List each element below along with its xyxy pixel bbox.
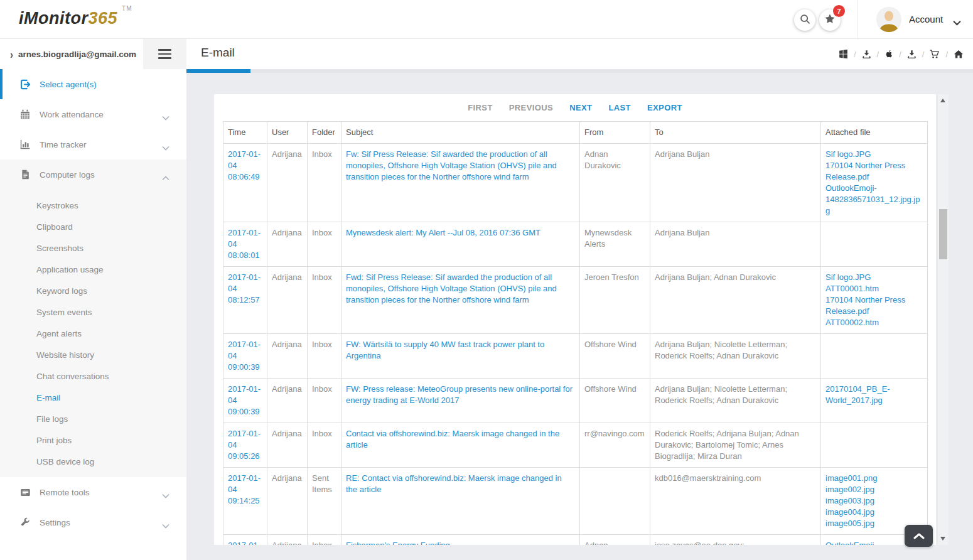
sidebar-item-print-jobs[interactable]: Print jobs <box>0 429 186 451</box>
cell-time[interactable]: 2017-01-04 09:14:25 <box>223 468 267 535</box>
sidebar-item-time-tracker[interactable]: Time tracker <box>0 129 186 159</box>
cell-time[interactable]: 2017-01-04 08:06:49 <box>223 144 267 222</box>
chevron-down-icon[interactable] <box>953 17 961 28</box>
sidebar-subitem-label: Keystrokes <box>36 201 78 210</box>
cell-user: Adrijana <box>267 267 308 334</box>
cell-from: Jeroen Tresfon <box>580 267 650 334</box>
agent-selector[interactable]: › arnes.biogradlija@gmail.com <box>10 39 136 69</box>
tab-email[interactable]: E-mail <box>201 46 235 60</box>
back-to-top-button[interactable] <box>905 525 933 547</box>
scroll-up-arrow[interactable] <box>940 99 945 102</box>
attachment-link[interactable]: 170104 Norther Press Release.pdf <box>825 160 923 183</box>
cell-to: Adrijana Buljan; Nicolette Letterman; Ro… <box>650 334 821 379</box>
sidebar-item-screenshots[interactable]: Screenshots <box>0 237 186 259</box>
cell-user: Adrijana <box>267 468 308 535</box>
attachment-link[interactable]: OutlookEmoji-1482836571031_12.jpg.jpg <box>825 183 923 217</box>
cell-from: Mynewsdesk Alerts <box>580 222 650 267</box>
attachment-link[interactable]: Sif logo.JPG <box>825 149 923 160</box>
subject-link[interactable]: Fw: Sif Press Release: Sif awarded the p… <box>346 149 557 181</box>
subject-link[interactable]: Contact via offshorewind.biz: Maersk ima… <box>346 429 559 450</box>
cart-icon[interactable] <box>929 49 940 60</box>
search-button[interactable] <box>794 9 815 31</box>
vertical-scrollbar[interactable] <box>938 94 949 545</box>
download-icon[interactable] <box>906 49 917 60</box>
download-icon[interactable] <box>861 49 872 60</box>
pagination-export[interactable]: EXPORT <box>647 103 682 112</box>
cell-time[interactable]: 2017-01-04 09:00:39 <box>223 334 267 379</box>
cell-folder: Sent Items <box>308 468 341 535</box>
sidebar-item-usb-device-log[interactable]: USB device log <box>0 451 186 472</box>
favorites-button[interactable]: 7 <box>819 9 841 31</box>
sidebar-item-clipboard[interactable]: Clipboard <box>0 216 186 237</box>
cell-subject: FW: Press release: MeteoGroup presents n… <box>341 379 580 423</box>
sidebar-item-label: Computer logs <box>40 170 95 180</box>
subject-link[interactable]: Fwd: Sif Press Release: Sif awarded the … <box>346 272 557 304</box>
separator: / <box>899 50 901 59</box>
sidebar-item-work-attendance[interactable]: Work attendance <box>0 99 186 129</box>
cell-from <box>580 468 650 535</box>
attachment-link[interactable]: Sif logo.JPG <box>825 272 923 283</box>
tab-bar: E-mail ///// <box>186 39 973 69</box>
sidebar-subitem-label: File logs <box>36 414 68 424</box>
account-menu[interactable]: Account <box>909 14 943 24</box>
sidebar-item-computer-logs[interactable]: Computer logs <box>0 159 186 190</box>
cell-time[interactable]: 2017-01-04 08:12:57 <box>223 267 267 334</box>
chevron-down-icon <box>162 142 169 153</box>
sidebar-item-select-agent-s[interactable]: Select agent(s) <box>0 69 186 99</box>
cell-folder: Inbox <box>308 334 341 379</box>
attachment-link[interactable]: image004.jpg <box>825 507 923 518</box>
attachment-link[interactable]: 20170104_PB_E-World_2017.jpg <box>825 384 923 406</box>
subject-link[interactable]: FW: Press release: MeteoGroup presents n… <box>346 384 573 405</box>
email-row: 2017-01-04 08:12:57 Adrijana Inbox Fwd: … <box>223 267 928 334</box>
cell-user: Adrijana <box>267 144 308 222</box>
avatar[interactable] <box>876 7 901 32</box>
email-row: 2017-01-04 09:14:25 Adrijana Sent Items … <box>223 468 928 535</box>
subject-link[interactable]: Mynewsdesk alert: My Alert --Jul 08, 201… <box>346 228 540 237</box>
sidebar-subitem-label: Website history <box>36 350 94 360</box>
logo-text-365: 365 <box>88 9 117 28</box>
sidebar-item-file-logs[interactable]: File logs <box>0 408 186 429</box>
cell-time[interactable]: 2017-01- <box>223 535 267 546</box>
sidebar-item-settings[interactable]: Settings <box>0 507 186 537</box>
sidebar-item-remote-tools[interactable]: Remote tools <box>0 477 186 507</box>
attachment-link[interactable]: ATT00001.htm <box>825 283 923 294</box>
attachment-link[interactable]: image001.png <box>825 473 923 484</box>
scrollbar-thumb[interactable] <box>939 209 947 259</box>
apple-icon[interactable] <box>884 48 894 60</box>
cell-folder: Inbox <box>308 267 341 334</box>
subject-link[interactable]: RE: Contact via offshorewind.biz: Maersk… <box>346 473 562 494</box>
cell-time[interactable]: 2017-01-04 08:08:01 <box>223 222 267 267</box>
sidebar-item-system-events[interactable]: System events <box>0 301 186 323</box>
sidebar-toggle-button[interactable] <box>143 39 186 69</box>
email-row: 2017-01-04 09:00:39 Adrijana Inbox FW: W… <box>223 334 928 379</box>
cell-to: Adrijana Buljan; Nicolette Letterman; Ro… <box>650 379 821 423</box>
subject-link[interactable]: Fishermen's Energy Funding <box>346 541 450 545</box>
attachment-link[interactable]: image002.jpg <box>825 484 923 495</box>
sidebar-item-e-mail[interactable]: E-mail <box>0 387 186 408</box>
sidebar-subitem-label: Print jobs <box>36 436 72 445</box>
sidebar-item-label: Time tracker <box>40 140 87 149</box>
sidebar-item-keystrokes[interactable]: Keystrokes <box>0 195 186 216</box>
sidebar-item-keyword-logs[interactable]: Keyword logs <box>0 280 186 301</box>
scroll-down-arrow[interactable] <box>940 537 945 541</box>
pagination-first[interactable]: FIRST <box>468 103 493 112</box>
pagination-next[interactable]: NEXT <box>569 103 592 112</box>
email-panel: FIRSTPREVIOUSNEXTLASTEXPORT TimeUserFold… <box>214 94 936 545</box>
pagination-previous[interactable]: PREVIOUS <box>509 103 553 112</box>
cell-time[interactable]: 2017-01-04 09:00:39 <box>223 379 267 423</box>
cell-time[interactable]: 2017-01-04 09:05:26 <box>223 423 267 468</box>
attachment-link[interactable]: ATT00002.htm <box>825 317 923 328</box>
hamburger-icon <box>158 49 171 51</box>
windows-icon[interactable] <box>838 49 849 60</box>
sidebar-item-application-usage[interactable]: Application usage <box>0 259 186 280</box>
subject-link[interactable]: FW: Wärtsilä to supply 40 MW fast track … <box>346 340 544 360</box>
sidebar-item-agent-alerts[interactable]: Agent alerts <box>0 323 186 344</box>
sidebar-menu-bottom: Remote tools Settings <box>0 477 186 537</box>
attachment-link[interactable]: image003.jpg <box>825 495 923 507</box>
sidebar-item-website-history[interactable]: Website history <box>0 344 186 365</box>
sidebar-subitem-label: USB device log <box>36 457 94 466</box>
pagination-last[interactable]: LAST <box>608 103 631 112</box>
sidebar-item-chat-conversations[interactable]: Chat conversations <box>0 365 186 387</box>
home-icon[interactable] <box>953 49 964 60</box>
attachment-link[interactable]: 170104 Norther Press Release.pdf <box>825 294 923 317</box>
